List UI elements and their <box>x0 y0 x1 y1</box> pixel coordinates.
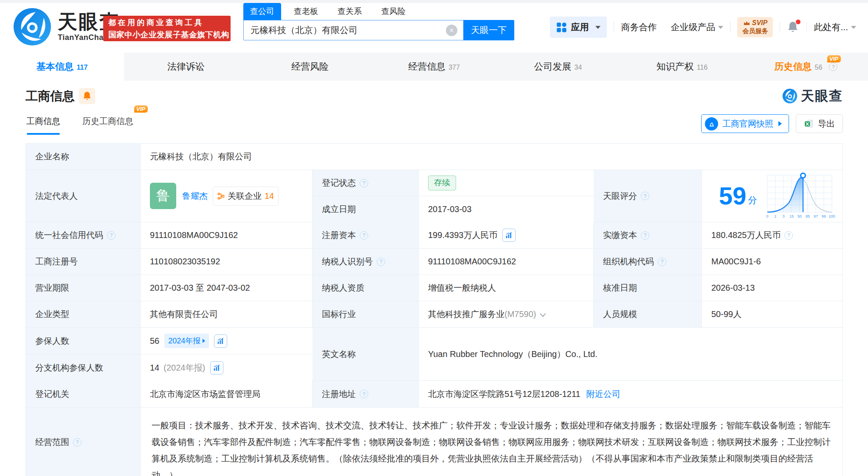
label-text: 组织机构代码 <box>603 256 654 267</box>
table-row: 登记状态 存续 <box>313 170 594 196</box>
value-text: 199.4393万人民币 <box>428 230 497 241</box>
svip-label: SVIP <box>752 19 767 27</box>
nearby-companies-link[interactable]: 附近公司 <box>586 388 620 400</box>
reg-status-value: 存续 <box>419 170 594 196</box>
search-tabs: 查公司 查老板 查关系 查风险 <box>243 5 514 20</box>
apps-grid-icon <box>556 22 567 33</box>
crown-icon <box>743 20 750 26</box>
help-icon[interactable] <box>73 438 82 447</box>
biz-scope-value: 一般项目：技术服务、技术开发、技术咨询、技术交流、技术转让、技术推广；软件开发；… <box>141 408 843 476</box>
help-icon[interactable] <box>658 258 666 266</box>
reg-authority-label: 登记机关 <box>26 381 141 407</box>
vip-badge: VIP <box>827 55 841 62</box>
svg-text:100: 100 <box>829 214 835 218</box>
tab-operating-risk[interactable]: 经营风险 <box>248 53 372 81</box>
help-icon[interactable] <box>829 62 837 71</box>
biz-cooperation-link[interactable]: 商务合作 <box>621 21 657 33</box>
chevron-down-icon[interactable] <box>540 311 546 317</box>
search-input[interactable] <box>243 20 463 40</box>
divider <box>614 22 614 33</box>
business-info-table: 企业名称 元橡科技（北京）有限公司 法定代表人 鲁 鲁耀杰 <box>25 143 843 476</box>
staff-size-label: 人员规模 <box>594 301 702 327</box>
score-unit: 分 <box>748 194 757 206</box>
top-strip <box>0 0 868 3</box>
arrow-right-icon <box>778 121 782 126</box>
insured-label: 参保人数 <box>26 328 141 354</box>
subtab-history-label: 历史工商信息 <box>82 116 133 126</box>
svg-text:97: 97 <box>814 214 818 218</box>
company-type-label: 企业类型 <box>26 301 141 327</box>
org-code-value: MA00C9J1-6 <box>702 249 843 275</box>
legal-rep-link[interactable]: 鲁耀杰 <box>182 190 208 202</box>
help-icon[interactable] <box>784 231 793 240</box>
search-button[interactable]: 天眼一下 <box>463 20 514 40</box>
trend-chart-icon[interactable] <box>210 361 223 374</box>
user-menu[interactable]: 此处有... <box>814 21 856 33</box>
tab-operating-info[interactable]: 经营信息 377 <box>372 53 496 81</box>
search-tab-relation[interactable]: 查关系 <box>331 3 369 20</box>
branch-insured-label: 分支机构参保人数 <box>26 354 141 381</box>
tab-legal-proceedings[interactable]: 法律诉讼 <box>124 53 248 81</box>
industry-label: 国标行业 <box>313 301 419 327</box>
search-area: 查公司 查老板 查关系 查风险 天眼一下 <box>243 5 514 40</box>
score-number: 59 <box>719 184 747 208</box>
help-icon[interactable] <box>107 231 116 240</box>
status-badge: 存续 <box>428 176 456 190</box>
staff-size-value: 50-99人 <box>702 301 843 327</box>
label-text: 登记状态 <box>322 177 356 189</box>
tab-intellectual-property[interactable]: 知识产权 116 <box>620 53 744 81</box>
tab-label: 经营信息 <box>408 60 445 73</box>
annual-report-tag[interactable]: 2024年报 <box>164 334 209 348</box>
industry-code: (M7590) <box>504 309 536 319</box>
help-icon[interactable] <box>360 179 368 187</box>
divider <box>806 22 807 33</box>
svip-button[interactable]: SVIP 会员服务 <box>737 17 773 37</box>
help-icon[interactable] <box>360 390 368 398</box>
subtab-history-business-info[interactable]: 历史工商信息 VIP <box>82 116 133 135</box>
tab-history-info[interactable]: VIP 历史信息 56 <box>744 53 868 81</box>
biz-term-value: 2017-03-03 至 2047-03-02 <box>141 275 313 301</box>
table-row: 登记机关 北京市海淀区市场监督管理局 注册地址 北京市海淀区学院路51号12层1… <box>26 380 843 407</box>
export-button[interactable]: 导出 <box>796 114 843 133</box>
label-text: 经营范围 <box>35 436 69 448</box>
avatar[interactable]: 鲁 <box>150 183 176 209</box>
tab-basic-info[interactable]: 基本信息 117 <box>0 53 124 81</box>
notification-bell-icon[interactable] <box>787 21 800 34</box>
help-icon[interactable] <box>641 231 649 240</box>
enterprise-label: 企业级产品 <box>671 21 715 33</box>
page: 天眼查 TianYanCha.com 都在用的商业查询工具 国家中小企业发展子基… <box>0 0 868 476</box>
apps-button[interactable]: 应用 <box>550 17 607 38</box>
search-tab-company[interactable]: 查公司 <box>243 3 281 20</box>
tab-company-development[interactable]: 公司发展 34 <box>496 53 620 81</box>
tianyan-score: 59 分 <box>719 184 757 208</box>
svg-text:99: 99 <box>822 214 826 218</box>
official-snapshot-button[interactable]: 工商官网快照 <box>701 114 789 133</box>
search-tab-risk[interactable]: 查风险 <box>375 3 412 20</box>
search-tab-boss[interactable]: 查老板 <box>287 3 325 20</box>
subtab-business-info[interactable]: 工商信息 <box>26 116 60 135</box>
reg-capital-label: 注册资本 <box>313 222 419 248</box>
snapshot-label: 工商官网快照 <box>722 118 773 130</box>
tab-count: 56 <box>815 64 823 71</box>
monitor-bell-button[interactable] <box>79 88 95 104</box>
tab-label: 法律诉讼 <box>167 60 205 73</box>
trend-chart-icon[interactable] <box>214 334 227 348</box>
related-companies-button[interactable]: 关联企业 14 <box>213 187 279 206</box>
label-text: 实缴资本 <box>603 230 637 241</box>
clear-icon[interactable] <box>446 25 457 36</box>
help-icon[interactable] <box>641 192 649 200</box>
trend-chart-icon[interactable] <box>502 229 516 242</box>
biz-scope-label: 经营范围 <box>26 408 141 476</box>
value-text: 其他科技推广服务业 <box>428 309 504 320</box>
english-name-value: Yuan Rubber Technology（Beijing）Co., Ltd. <box>419 328 843 380</box>
tab-label: 知识产权 <box>657 60 694 73</box>
section-buttons: 工商官网快照 导出 <box>701 114 843 133</box>
apps-label: 应用 <box>571 21 589 33</box>
table-row: 工商注册号 110108023035192 纳税人识别号 91110108MA0… <box>26 248 843 275</box>
enterprise-products-link[interactable]: 企业级产品 <box>671 21 723 33</box>
subtab-row: 工商信息 历史工商信息 VIP <box>26 116 133 135</box>
search-row: 天眼一下 <box>243 20 514 40</box>
help-icon[interactable] <box>377 258 385 266</box>
help-icon[interactable] <box>360 231 368 240</box>
excel-icon <box>804 119 814 129</box>
